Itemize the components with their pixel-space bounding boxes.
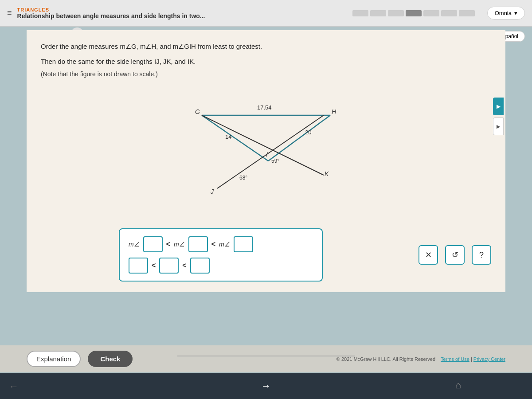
answer-section: m∠ < m∠ < m∠ < < ✕: [41, 228, 491, 282]
forward-arrow-button[interactable]: →: [261, 380, 271, 392]
progress-seg-3: [388, 10, 404, 16]
progress-bar: [352, 10, 475, 16]
answer-row-2: < <: [129, 258, 313, 274]
undo-button[interactable]: ↺: [445, 245, 465, 265]
side-input-1[interactable]: [129, 258, 148, 274]
angle-input-1[interactable]: [143, 236, 163, 252]
top-bar: ≡ TRIANGLES Relationship between angle m…: [0, 0, 532, 27]
topic-title: Relationship between angle measures and …: [17, 12, 205, 20]
explanation-button[interactable]: Explanation: [27, 351, 81, 367]
less-than-2: <: [211, 240, 215, 248]
bottom-divider: [177, 356, 355, 356]
back-arrow-button[interactable]: ←: [9, 381, 19, 392]
less-than-3: <: [152, 262, 156, 270]
progress-seg-7: [459, 10, 475, 16]
answer-row-1: m∠ < m∠ < m∠: [129, 236, 313, 252]
omnia-button[interactable]: Omnia ▾: [487, 7, 525, 20]
angle-input-2[interactable]: [188, 236, 208, 252]
hamburger-icon[interactable]: ≡: [7, 8, 12, 18]
progress-seg-1: [352, 10, 368, 16]
side-panel-icon-1[interactable]: ▶: [493, 98, 504, 115]
label-14: 14: [225, 133, 231, 140]
topic-info: TRIANGLES Relationship between angle mea…: [17, 7, 205, 20]
problem-note: (Note that the figure is not drawn to sc…: [41, 70, 491, 78]
progress-seg-6: [441, 10, 457, 16]
svg-line-2: [268, 115, 330, 161]
action-buttons: ✕ ↺ ?: [419, 245, 491, 265]
angle-input-3[interactable]: [234, 236, 253, 252]
problem-line2: Then do the same for the side lengths IJ…: [41, 56, 491, 67]
side-input-2[interactable]: [159, 258, 179, 274]
progress-seg-4: [406, 10, 422, 16]
answer-area: m∠ < m∠ < m∠ < <: [119, 228, 323, 282]
label-59: 59°: [271, 158, 279, 164]
terms-link[interactable]: Terms of Use: [441, 356, 469, 362]
label-g: G: [195, 108, 200, 115]
label-j: J: [210, 188, 214, 195]
privacy-link[interactable]: Privacy Center: [473, 356, 505, 362]
label-20: 20: [305, 129, 311, 136]
label-h: H: [332, 108, 336, 115]
side-panel-icon-2[interactable]: ▶: [493, 117, 504, 135]
less-than-4: <: [182, 262, 186, 270]
label-k: K: [325, 170, 329, 177]
topic-label: TRIANGLES: [17, 7, 205, 12]
geometry-svg: G H I J K 17.54 14 20 59° 68°: [173, 86, 359, 219]
nav-bottom-bar: → ⌂: [0, 373, 532, 399]
problem-line1: Order the angle measures m∠G, m∠H, and m…: [41, 41, 491, 52]
side-input-3[interactable]: [190, 258, 210, 274]
svg-line-4: [202, 115, 324, 175]
label-17-54: 17.54: [257, 104, 272, 111]
clear-button[interactable]: ✕: [419, 245, 438, 265]
help-button[interactable]: ?: [472, 245, 491, 265]
svg-line-3: [217, 115, 324, 188]
less-than-1: <: [166, 240, 170, 248]
label-i: I: [266, 151, 268, 158]
progress-seg-5: [423, 10, 439, 16]
label-68: 68°: [239, 175, 247, 181]
copyright-text: © 2021 McGraw Hill LLC. All Rights Reser…: [336, 356, 505, 362]
check-button[interactable]: Check: [88, 351, 133, 367]
progress-seg-2: [370, 10, 386, 16]
svg-line-1: [202, 115, 268, 161]
main-content: Order the angle measures m∠G, m∠H, and m…: [27, 30, 505, 292]
angle-prefix-2: m∠: [174, 241, 185, 248]
angle-prefix-3: m∠: [219, 241, 230, 248]
geometry-figure: G H I J K 17.54 14 20 59° 68°: [173, 86, 359, 219]
home-icon-button[interactable]: ⌂: [455, 379, 461, 391]
bottom-bar: Explanation Check © 2021 McGraw Hill LLC…: [0, 345, 532, 372]
angle-prefix-1: m∠: [129, 241, 140, 248]
